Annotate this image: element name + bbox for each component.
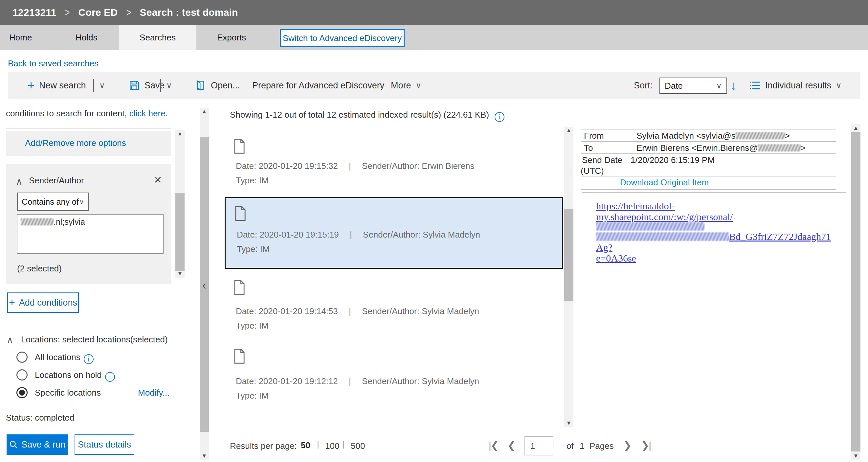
divider: [160, 79, 161, 92]
chevron-down-icon: ∨: [836, 81, 842, 90]
scroll-up-icon[interactable]: ▲: [851, 125, 861, 132]
file-icon: [234, 349, 245, 364]
chevron-up-icon[interactable]: ∧: [16, 176, 23, 187]
tab-home[interactable]: Home: [9, 25, 32, 50]
page-size-500[interactable]: 500: [351, 441, 365, 451]
more-button[interactable]: More ∨: [391, 71, 421, 99]
status-text: Status: completed: [6, 413, 74, 423]
radio-specific-locations[interactable]: [17, 387, 28, 398]
click-here-link[interactable]: click here.: [129, 109, 168, 118]
back-to-saved-searches-link[interactable]: Back to saved searches: [8, 58, 98, 69]
redacted-text: [596, 222, 705, 231]
tab-bar: Home Holds Searches Exports Switch to Ad…: [0, 25, 868, 50]
condition-operator-select[interactable]: Contains any of ∨: [17, 193, 89, 211]
separator: |: [349, 376, 351, 386]
left-panel-scrollbar[interactable]: ▲ ▼ ‹: [200, 108, 209, 460]
sender-value: Sylvia Madelyn: [423, 230, 480, 239]
save-icon: [129, 80, 140, 91]
status-details-label: Status details: [78, 440, 131, 450]
condition-value-textarea[interactable]: .nl;sylvia: [17, 214, 163, 254]
info-icon[interactable]: i: [84, 354, 94, 364]
sort-direction-button[interactable]: ↓: [731, 71, 737, 99]
more-label: More: [391, 81, 411, 91]
scroll-up-icon[interactable]: ▲: [200, 109, 209, 115]
list-icon: [749, 81, 761, 90]
breadcrumb-section[interactable]: Core ED: [79, 7, 118, 18]
chevron-up-icon[interactable]: ∧: [6, 335, 13, 345]
first-page-button[interactable]: |❮: [489, 440, 498, 451]
result-item[interactable]: Date: 2020-01-20 19:14:53 | Sender/Autho…: [225, 272, 563, 341]
scrollbar-thumb[interactable]: [564, 209, 574, 301]
save-and-run-button[interactable]: Save & run: [6, 434, 68, 455]
divider: [93, 79, 94, 92]
separator: |: [349, 306, 351, 316]
radio-locations-on-hold[interactable]: [17, 369, 28, 380]
message-body-preview: https://helemaaldol- my.sharepoint.com/:…: [582, 192, 846, 426]
sender-value: Erwin Bierens: [422, 161, 474, 171]
result-item-selected[interactable]: Date: 2020-01-20 19:15:19 | Sender/Autho…: [225, 197, 563, 269]
download-original-item-link[interactable]: Download Original Item: [620, 177, 709, 187]
info-icon[interactable]: i: [495, 112, 504, 122]
scroll-down-icon[interactable]: ▼: [200, 453, 209, 459]
status-details-button[interactable]: Status details: [74, 434, 134, 455]
tab-holds[interactable]: Holds: [75, 25, 97, 50]
scroll-up-icon[interactable]: ▲: [564, 127, 574, 134]
scroll-down-icon[interactable]: ▼: [175, 270, 185, 277]
tab-exports[interactable]: Exports: [217, 25, 246, 50]
switch-to-advanced-ediscovery-button[interactable]: Switch to Advanced eDiscovery: [280, 29, 405, 47]
scrollbar-thumb[interactable]: [851, 132, 861, 452]
radio-all-locations[interactable]: [17, 352, 28, 363]
info-icon[interactable]: i: [105, 372, 115, 382]
add-remove-options-link[interactable]: Add/Remove more options: [25, 138, 126, 148]
prev-page-button[interactable]: ❮: [507, 440, 515, 451]
separator: |: [343, 439, 345, 449]
next-page-button[interactable]: ❯: [623, 440, 631, 451]
result-item[interactable]: Date: 2020-01-20 19:12:12 | Sender/Autho…: [225, 341, 563, 412]
save-run-label: Save & run: [21, 440, 65, 450]
new-search-dropdown[interactable]: ∨: [99, 71, 105, 99]
sharepoint-link[interactable]: https://helemaaldol- my.sharepoint.com/:…: [596, 200, 836, 263]
save-button[interactable]: Save: [129, 71, 165, 99]
new-search-button[interactable]: + New search: [28, 71, 86, 99]
chevron-down-icon: ∨: [166, 81, 172, 90]
specific-locations-label: Specific locations: [35, 388, 101, 398]
sort-label: Sort:: [634, 71, 653, 99]
sort-select[interactable]: Date ∨: [659, 78, 727, 94]
open-button[interactable]: Open...: [196, 71, 240, 99]
last-page-button[interactable]: ❯|: [641, 440, 651, 451]
modify-link[interactable]: Modify...: [138, 388, 169, 398]
results-scrollbar[interactable]: ▲ ▼: [564, 126, 574, 427]
scrollbar-thumb[interactable]: [175, 193, 185, 271]
prepare-advanced-ediscovery-button[interactable]: Prepare for Advanced eDiscovery: [252, 71, 384, 99]
page-size-50[interactable]: 50: [301, 440, 310, 451]
result-item[interactable]: Date: 2020-01-20 19:15:32 | Sender/Autho…: [225, 131, 563, 202]
separator: |: [317, 439, 319, 449]
close-icon[interactable]: ✕: [154, 174, 162, 186]
chevron-right-icon: >: [65, 6, 70, 19]
type-label: Type:: [236, 321, 257, 330]
chevron-down-icon: ∨: [716, 81, 722, 90]
scroll-down-icon[interactable]: ▼: [564, 420, 574, 427]
all-locations-label: All locationsi: [35, 352, 94, 364]
scroll-up-icon[interactable]: ▲: [175, 131, 185, 137]
app-header: 12213211 > Core ED > Search : test domai…: [0, 0, 868, 25]
results-view-button[interactable]: Individual results ∨: [749, 71, 842, 99]
page-size-100[interactable]: 100: [325, 441, 339, 451]
pages-count: 1: [580, 441, 584, 451]
tab-searches[interactable]: Searches: [119, 25, 196, 50]
conditions-scrollbar[interactable]: ▲ ▼: [175, 130, 185, 278]
scroll-down-icon[interactable]: ▼: [851, 453, 861, 459]
open-label: Open...: [211, 81, 240, 91]
page-number-input[interactable]: [525, 436, 553, 456]
file-icon: [234, 280, 245, 295]
breadcrumb-case-id[interactable]: 12213211: [12, 7, 56, 18]
detail-panel-scrollbar[interactable]: ▲ ▼: [851, 124, 861, 460]
add-conditions-button[interactable]: + Add conditions: [7, 292, 79, 313]
save-dropdown[interactable]: ∨: [166, 71, 172, 99]
sender-label: Sender/Author:: [363, 230, 421, 239]
date-label: Date:: [236, 306, 256, 316]
collapse-panel-chevron-icon[interactable]: ‹: [200, 279, 209, 292]
operator-value: Contains any of: [22, 197, 79, 207]
divider: [230, 412, 563, 412]
chevron-down-icon: ∨: [416, 81, 422, 90]
